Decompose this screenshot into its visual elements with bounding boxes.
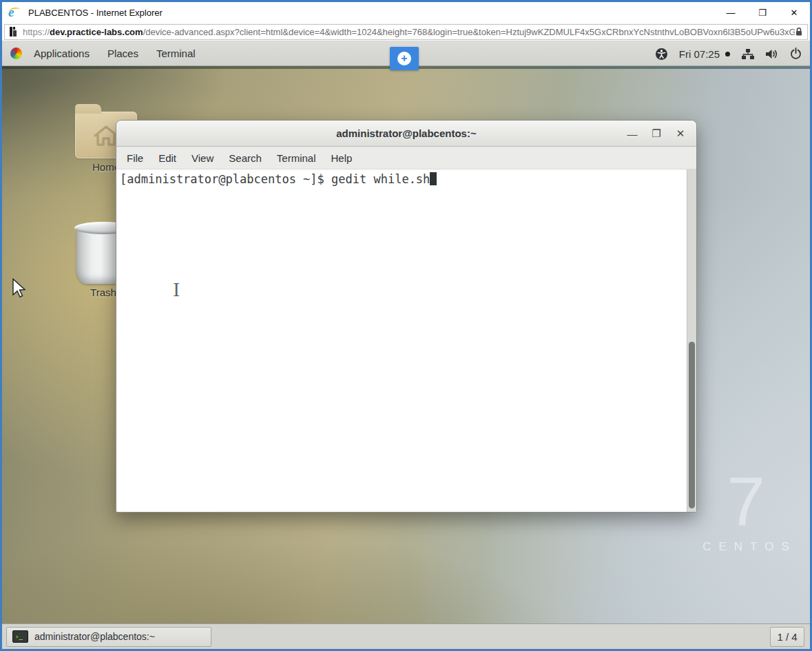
url-domain: dev.practice-labs.com	[50, 27, 143, 37]
url-path: /device-advanced.aspx?client=html&device…	[143, 27, 795, 37]
mouse-arrow-cursor	[12, 278, 27, 299]
terminal-menu-search[interactable]: Search	[221, 147, 269, 169]
taskbar-task-label: administrator@plabcentos:~	[34, 631, 155, 642]
menu-places[interactable]: Places	[98, 41, 147, 66]
terminal-title: administrator@plabcentos:~	[336, 127, 476, 139]
terminal-content[interactable]: [administrator@plabcentos ~]$ gedit whil…	[116, 169, 696, 512]
terminal-scrollbar[interactable]	[687, 169, 696, 512]
terminal-menu-edit[interactable]: Edit	[151, 147, 184, 169]
scrollbar-thumb[interactable]	[689, 342, 695, 508]
minimize-button[interactable]: —	[715, 2, 747, 23]
menu-applications[interactable]: Applications	[25, 41, 98, 66]
topbar-status-area: Fri 07:25	[655, 41, 802, 66]
maximize-button[interactable]: ❒	[747, 2, 778, 23]
plus-icon: +	[397, 52, 411, 65]
address-row: https://dev.practice-labs.com/device-adv…	[2, 23, 810, 41]
notification-dot-icon	[725, 52, 730, 56]
lab-overlay-button[interactable]: +	[390, 47, 419, 70]
clock-label: Fri 07:25	[679, 48, 720, 60]
terminal-menu-terminal[interactable]: Terminal	[269, 147, 324, 169]
watermark-centos: CENTOS	[694, 540, 798, 554]
url-text: https://dev.practice-labs.com/device-adv…	[23, 27, 795, 37]
terminal-titlebar[interactable]: administrator@plabcentos:~ — ❐ ✕	[116, 121, 696, 147]
remote-desktop: Applications Places Terminal Fri 07:25	[2, 41, 810, 649]
network-icon[interactable]	[741, 48, 754, 60]
clock-area[interactable]: Fri 07:25	[679, 48, 730, 60]
lock-icon	[795, 27, 803, 37]
terminal-window-controls: — ❐ ✕	[623, 121, 689, 147]
text-ibeam-cursor: I	[173, 280, 180, 300]
menu-terminal[interactable]: Terminal	[147, 41, 205, 66]
terminal-window: administrator@plabcentos:~ — ❐ ✕ File Ed…	[116, 120, 697, 513]
terminal-app-icon: ›_	[12, 630, 28, 643]
terminal-prompt-line: [administrator@plabcentos ~]$ gedit whil…	[116, 169, 696, 187]
bottom-taskbar: ›_ administrator@plabcentos:~ 1 / 4	[2, 623, 810, 649]
window-title: PLABCENTOS - Internet Explorer	[28, 8, 163, 18]
watermark-seven: 7	[694, 467, 798, 536]
browser-window: e PLABCENTOS - Internet Explorer — ❒ ✕ h…	[0, 0, 812, 651]
taskbar-terminal-task[interactable]: ›_ administrator@plabcentos:~	[6, 627, 211, 647]
terminal-menubar: File Edit View Search Terminal Help	[116, 147, 696, 169]
terminal-minimize-button[interactable]: —	[623, 125, 641, 143]
terminal-maximize-button[interactable]: ❐	[647, 125, 665, 143]
ie-logo-glyph: e	[8, 5, 14, 19]
terminal-cursor	[430, 172, 437, 185]
url-scheme: https://	[23, 27, 50, 37]
applications-icon	[10, 48, 22, 59]
terminal-menu-view[interactable]: View	[184, 147, 221, 169]
ie-titlebar: e PLABCENTOS - Internet Explorer — ❒ ✕	[2, 2, 810, 23]
volume-icon[interactable]	[765, 48, 779, 60]
workspace-pager[interactable]: 1 / 4	[770, 627, 804, 647]
centos-watermark: 7 CENTOS	[694, 467, 798, 554]
power-icon[interactable]	[790, 48, 802, 60]
terminal-menu-help[interactable]: Help	[324, 147, 360, 169]
site-favicon	[9, 27, 18, 37]
terminal-menu-file[interactable]: File	[119, 147, 151, 169]
ie-window-controls: — ❒ ✕	[715, 2, 810, 23]
accessibility-icon[interactable]	[655, 48, 668, 61]
prompt-text: [administrator@plabcentos ~]$ gedit whil…	[120, 172, 430, 186]
close-button[interactable]: ✕	[778, 2, 810, 23]
terminal-close-button[interactable]: ✕	[672, 125, 689, 143]
ie-logo-icon: e	[8, 6, 22, 19]
address-bar[interactable]: https://dev.practice-labs.com/device-adv…	[4, 24, 808, 40]
